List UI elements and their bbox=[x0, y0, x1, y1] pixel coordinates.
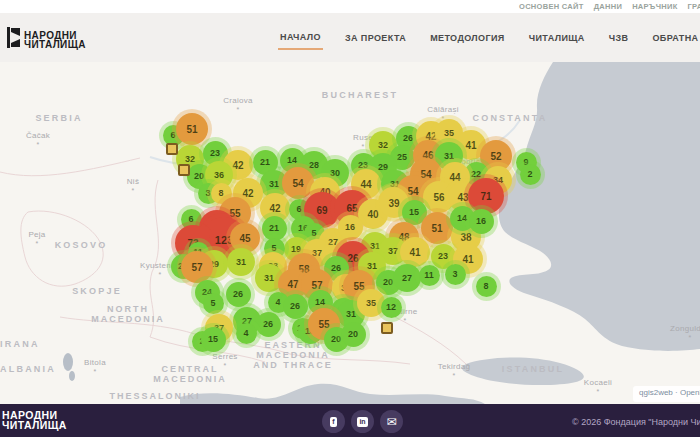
page: ОСНОВЕН САЙТДАННИНАРЪЧНИКГРАНТ НАРОДНИ Ч… bbox=[0, 0, 700, 437]
map-point-marker[interactable] bbox=[166, 143, 178, 155]
email-glyph: ✉ bbox=[386, 416, 396, 428]
map-point-marker[interactable] bbox=[381, 322, 393, 334]
nav-item[interactable]: ОБРАТНА ВРЪЗКА bbox=[650, 27, 700, 49]
nav-item[interactable]: ЧЗВ bbox=[607, 27, 631, 49]
site-logo[interactable]: НАРОДНИ ЧИТАЛИЩА bbox=[7, 27, 86, 52]
nav-item[interactable]: ЗА ПРОЕКТА bbox=[343, 27, 408, 49]
sea-of-marmara bbox=[462, 357, 584, 385]
linkedin-glyph: in bbox=[357, 417, 368, 427]
map-cluster[interactable]: 5 bbox=[203, 293, 224, 314]
nav-menu: НАЧАЛОЗА ПРОЕКТАМЕТОДОЛОГИЯЧИТАЛИЩАЧЗВОБ… bbox=[278, 13, 698, 62]
lake bbox=[69, 371, 75, 381]
footer: НАРОДНИ ЧИТАЛИЩА fin✉ © 2026 Фондация "Н… bbox=[0, 404, 700, 437]
map-cluster[interactable]: 8 bbox=[476, 276, 497, 297]
map-cluster[interactable]: 20 bbox=[341, 322, 366, 347]
top-link[interactable]: НАРЪЧНИК bbox=[632, 2, 677, 11]
logo-icon bbox=[7, 27, 20, 52]
map-cluster[interactable]: 4 bbox=[236, 323, 257, 344]
map-cluster[interactable]: 51 bbox=[421, 212, 453, 244]
top-utility-links: ОСНОВЕН САЙТДАННИНАРЪЧНИКГРАНТ bbox=[519, 2, 700, 11]
map-cluster[interactable]: 57 bbox=[181, 251, 213, 283]
black-sea bbox=[499, 62, 700, 351]
map-cluster[interactable]: 3 bbox=[445, 264, 466, 285]
logo-text: НАРОДНИ ЧИТАЛИЩА bbox=[24, 31, 86, 49]
map-point-marker[interactable] bbox=[178, 164, 190, 176]
map-cluster[interactable]: 21 bbox=[262, 216, 287, 241]
map-attribution[interactable]: qgis2web · OpenLayers bbox=[633, 386, 700, 402]
map-cluster[interactable]: 15 bbox=[201, 327, 226, 352]
top-link[interactable]: ДАННИ bbox=[594, 2, 622, 11]
facebook-icon[interactable]: f bbox=[322, 410, 345, 433]
map-cluster[interactable]: 16 bbox=[469, 209, 494, 234]
top-link[interactable]: ГРАНТ bbox=[688, 2, 700, 11]
map-cluster[interactable]: 31 bbox=[227, 248, 255, 276]
aegean-sea bbox=[180, 384, 485, 404]
main-navbar: НАРОДНИ ЧИТАЛИЩА НАЧАЛОЗА ПРОЕКТАМЕТОДОЛ… bbox=[0, 13, 700, 62]
map-cluster[interactable]: 27 bbox=[393, 264, 421, 292]
footer-copyright: © 2026 Фондация "Народни Читалища" bbox=[572, 417, 700, 427]
footer-logo-line2: ЧИТАЛИЩА bbox=[2, 421, 67, 431]
nav-item[interactable]: МЕТОДОЛОГИЯ bbox=[428, 27, 507, 49]
map-cluster[interactable]: 26 bbox=[226, 282, 251, 307]
map-cluster[interactable]: 26 bbox=[283, 294, 308, 319]
map-cluster[interactable]: 12 bbox=[381, 297, 402, 318]
map-cluster[interactable]: 2 bbox=[520, 164, 541, 185]
map-cluster[interactable]: 41 bbox=[400, 237, 430, 267]
top-link[interactable]: ОСНОВЕН САЙТ bbox=[519, 2, 584, 11]
map-cluster[interactable]: 71 bbox=[468, 178, 504, 214]
facebook-glyph: f bbox=[330, 417, 337, 427]
map-cluster[interactable]: 11 bbox=[419, 265, 440, 286]
footer-social-links: fin✉ bbox=[322, 410, 403, 433]
map-cluster[interactable]: 16 bbox=[338, 215, 363, 240]
nav-item[interactable]: ЧИТАЛИЩА bbox=[527, 27, 587, 49]
nav-item[interactable]: НАЧАЛО bbox=[278, 26, 323, 50]
lake bbox=[63, 353, 73, 371]
linkedin-icon[interactable]: in bbox=[351, 410, 374, 433]
top-utility-bar: ОСНОВЕН САЙТДАННИНАРЪЧНИКГРАНТ bbox=[0, 0, 700, 13]
logo-line2: ЧИТАЛИЩА bbox=[24, 40, 86, 49]
cluster-map[interactable]: SERBIAČačakNišCraiovaBUCHARESTCălărașiCO… bbox=[0, 62, 700, 404]
email-icon[interactable]: ✉ bbox=[380, 410, 403, 433]
map-cluster[interactable]: 51 bbox=[176, 113, 208, 145]
footer-logo[interactable]: НАРОДНИ ЧИТАЛИЩА bbox=[2, 411, 67, 430]
